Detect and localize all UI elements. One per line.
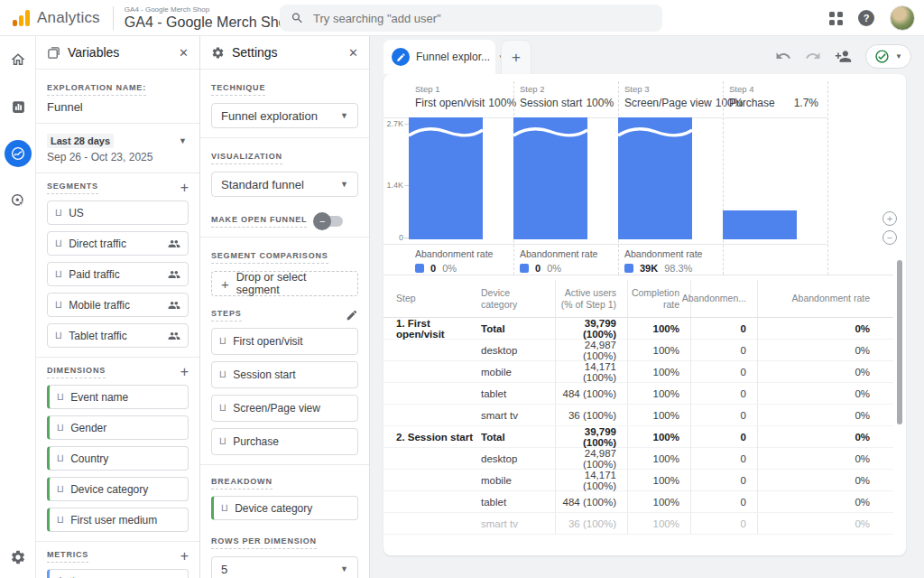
nav-explore-active[interactable] xyxy=(0,130,36,177)
funnel-step-header[interactable]: Step 2Session start100% xyxy=(513,81,618,109)
col-header-abandonment-rate[interactable]: Abandonment rate xyxy=(757,280,893,317)
person-add-icon[interactable] xyxy=(835,48,852,65)
dimension-chip[interactable]: ⨿Event name xyxy=(47,385,189,409)
date-range-picker[interactable]: Last 28 days Sep 26 - Oct 23, 2025 ▼ xyxy=(47,124,189,172)
funnel-step-header[interactable]: Step 3Screen/Page view100% xyxy=(618,81,723,109)
step-chip[interactable]: ⨿First open/visit xyxy=(211,328,358,355)
rows-per-dimension-select[interactable]: 5 ▼ xyxy=(211,556,358,578)
zoom-in-icon[interactable]: + xyxy=(882,211,897,226)
table-row[interactable]: smart tv36 (100%)100%00% xyxy=(383,405,893,426)
redo-icon[interactable] xyxy=(805,48,821,64)
drag-handle-icon[interactable]: ⨿ xyxy=(55,238,61,249)
dimension-label: Gender xyxy=(70,422,106,434)
segment-chip[interactable]: ⨿Direct traffic xyxy=(47,231,189,256)
drag-handle-icon[interactable]: ⨿ xyxy=(57,484,63,495)
nav-advertising[interactable] xyxy=(0,177,36,224)
table-row[interactable]: 1. First open/visitTotal39,799 (100%)100… xyxy=(383,318,893,340)
breakdown-chip[interactable]: ⨿ Device category xyxy=(211,496,358,520)
edit-steps-pencil-icon[interactable] xyxy=(346,309,358,322)
metric-chip[interactable]: Active users xyxy=(47,569,189,578)
date-range-value: Sep 26 - Oct 23, 2025 xyxy=(47,151,189,163)
step-chip[interactable]: ⨿Screen/Page view xyxy=(211,395,358,422)
table-row[interactable]: tablet484 (100%)100%00% xyxy=(383,383,893,405)
drag-handle-icon[interactable]: ⨿ xyxy=(55,300,61,311)
funnel-step-header[interactable]: Step 1First open/visit100% xyxy=(409,81,513,109)
funnel-bar[interactable] xyxy=(723,210,797,239)
drag-handle-icon[interactable]: ⨿ xyxy=(219,369,226,380)
cell-abandonments: 0 xyxy=(690,361,757,383)
visualization-select[interactable]: Standard funnel ▼ xyxy=(211,172,358,197)
nav-admin[interactable] xyxy=(0,549,36,565)
technique-select[interactable]: Funnel exploration ▼ xyxy=(211,103,358,128)
drag-handle-icon[interactable]: ⨿ xyxy=(219,436,226,447)
close-settings-icon[interactable]: ✕ xyxy=(348,46,358,60)
table-row[interactable]: tablet484 (100%)100%00% xyxy=(383,491,893,513)
segment-chip[interactable]: ⨿Mobile traffic xyxy=(47,293,189,317)
avatar[interactable] xyxy=(890,5,915,31)
segment-chip[interactable]: ⨿Tablet traffic xyxy=(47,323,189,348)
zoom-out-icon[interactable]: − xyxy=(882,230,897,245)
nav-home[interactable] xyxy=(0,36,36,83)
dimension-chip[interactable]: ⨿Device category xyxy=(47,477,189,501)
drop-segment-zone[interactable]: + Drop or select segment xyxy=(211,271,358,296)
add-metric-icon[interactable]: + xyxy=(180,551,189,562)
table-row[interactable]: smart tv36 (100%)100%00% xyxy=(383,513,893,535)
cell-device: mobile xyxy=(479,475,555,486)
drag-handle-icon[interactable]: ⨿ xyxy=(55,208,61,219)
table-row[interactable]: mobile14,171 (100%)100%00% xyxy=(383,470,893,491)
col-header-active-users[interactable]: Active users (% of Step 1) xyxy=(555,280,627,317)
new-tab-button[interactable]: + xyxy=(501,40,531,74)
table-row[interactable]: mobile14,171 (100%)100%00% xyxy=(383,361,893,383)
drag-handle-icon[interactable]: ⨿ xyxy=(57,423,63,434)
tab-funnel-exploration[interactable]: Funnel explor... ▼ xyxy=(383,40,495,74)
segment-label: Direct traffic xyxy=(69,238,126,250)
dimension-chip[interactable]: ⨿First user medium xyxy=(47,508,189,532)
segment-chip[interactable]: ⨿Paid traffic xyxy=(47,262,189,286)
nav-reports[interactable] xyxy=(0,83,36,130)
cell-completion-rate: 100% xyxy=(627,491,690,512)
segment-label: US xyxy=(69,207,84,219)
abandonment-rate: 0% xyxy=(442,263,457,274)
funnel-step-header[interactable]: Step 4Purchase1.7% xyxy=(723,81,827,109)
step-chip[interactable]: ⨿Purchase xyxy=(211,428,358,455)
funnel-bar[interactable] xyxy=(513,117,587,239)
table-row[interactable]: desktop24,987 (100%)100%00% xyxy=(383,448,893,470)
drag-handle-icon[interactable]: ⨿ xyxy=(219,336,226,347)
rows-per-dimension-label: ROWS PER DIMENSION xyxy=(211,536,317,549)
table-row[interactable]: 2. Session startTotal39,799 (100%)100%00… xyxy=(383,426,893,448)
drag-handle-icon[interactable]: ⨿ xyxy=(219,403,226,414)
col-header-step[interactable]: Step xyxy=(383,287,479,310)
drag-handle-icon[interactable]: ⨿ xyxy=(57,392,63,403)
close-variables-icon[interactable]: ✕ xyxy=(179,46,189,60)
table-row[interactable]: desktop24,987 (100%)100%00% xyxy=(383,340,893,361)
step-chip[interactable]: ⨿Session start xyxy=(211,361,358,388)
help-icon[interactable]: ? xyxy=(858,10,874,26)
funnel-bar[interactable] xyxy=(409,117,483,239)
col-header-completion-rate[interactable]: Completion rate xyxy=(627,280,690,317)
make-open-funnel-toggle[interactable]: − xyxy=(316,216,343,227)
exploration-name-value[interactable]: Funnel xyxy=(47,100,189,114)
apps-grid-icon[interactable] xyxy=(829,12,843,25)
dimension-chip[interactable]: ⨿Country xyxy=(47,446,189,471)
search-bar[interactable] xyxy=(280,5,662,32)
undo-icon[interactable] xyxy=(775,48,791,64)
add-segment-icon[interactable]: + xyxy=(180,182,189,193)
drag-handle-icon[interactable]: ⨿ xyxy=(57,453,63,464)
col-header-abandonments[interactable]: Abandonmen... xyxy=(690,280,757,317)
drag-handle-icon[interactable]: ⨿ xyxy=(221,503,227,514)
breadcrumb[interactable]: GA4 - Google Merch Shop GA4 - Google Mer… xyxy=(125,5,295,31)
technique-label: TECHNIQUE xyxy=(211,83,265,96)
drag-handle-icon[interactable]: ⨿ xyxy=(57,515,63,526)
drag-handle-icon[interactable]: ⨿ xyxy=(55,331,61,341)
dimension-chip[interactable]: ⨿Gender xyxy=(47,415,189,440)
funnel-bar[interactable] xyxy=(618,117,692,239)
add-dimension-icon[interactable]: + xyxy=(180,367,189,378)
segment-label: Mobile traffic xyxy=(69,299,130,312)
table-scrollbar[interactable] xyxy=(897,260,902,424)
search-input[interactable] xyxy=(313,12,651,25)
validation-status-button[interactable]: ▼ xyxy=(865,44,911,69)
segment-chip[interactable]: ⨿US xyxy=(47,200,189,225)
col-header-device-category[interactable]: Device category xyxy=(479,282,555,316)
cell-active-users: 484 (100%) xyxy=(555,383,627,404)
drag-handle-icon[interactable]: ⨿ xyxy=(55,269,61,280)
